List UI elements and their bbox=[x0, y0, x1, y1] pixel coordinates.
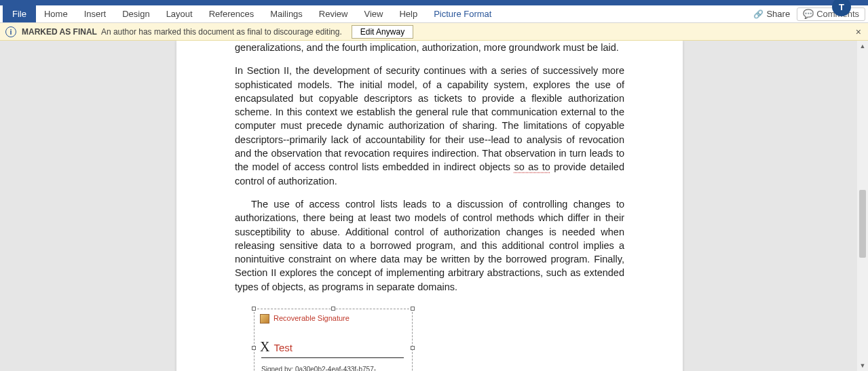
vertical-scrollbar[interactable]: ▲ ▼ bbox=[857, 41, 868, 371]
tab-home[interactable]: Home bbox=[36, 5, 76, 22]
tab-insert[interactable]: Insert bbox=[76, 5, 115, 22]
resize-handle-mr[interactable] bbox=[411, 346, 415, 350]
share-icon: 🔗 bbox=[753, 9, 763, 19]
tab-design[interactable]: Design bbox=[114, 5, 157, 22]
resize-handle-ml[interactable] bbox=[252, 346, 256, 350]
comment-icon: 💬 bbox=[803, 9, 814, 19]
paragraph-1: generalizations, and the fourth implicat… bbox=[235, 41, 624, 54]
marked-as-final-bar: i MARKED AS FINAL An author has marked t… bbox=[0, 23, 868, 41]
edit-anyway-button[interactable]: Edit Anyway bbox=[352, 25, 413, 39]
resize-handle-tr[interactable] bbox=[411, 307, 415, 311]
resize-handle-tm[interactable] bbox=[331, 307, 335, 311]
signature-header-text: Recoverable Signature bbox=[273, 313, 350, 324]
share-label: Share bbox=[766, 9, 790, 19]
signature-badge-icon bbox=[260, 314, 269, 324]
paragraph-3: The use of access control lists leads to… bbox=[235, 197, 624, 294]
scroll-down-icon[interactable]: ▼ bbox=[857, 360, 868, 371]
tab-help[interactable]: Help bbox=[391, 5, 426, 22]
infobar-message: An author has marked this document as fi… bbox=[101, 27, 342, 37]
tab-references[interactable]: References bbox=[201, 5, 262, 22]
signature-line: X Test bbox=[254, 328, 412, 356]
resize-handle-tl[interactable] bbox=[252, 307, 256, 311]
share-button[interactable]: 🔗 Share bbox=[747, 9, 797, 19]
ribbon-tabs: File Home Insert Design Layout Reference… bbox=[0, 5, 868, 23]
infobar-title: MARKED AS FINAL bbox=[22, 27, 97, 37]
tab-picture-format[interactable]: Picture Format bbox=[426, 5, 499, 22]
comments-button[interactable]: 💬 Comments bbox=[797, 7, 865, 21]
signature-x: X bbox=[260, 337, 269, 356]
signature-underline bbox=[261, 357, 404, 358]
tab-review[interactable]: Review bbox=[311, 5, 356, 22]
scroll-thumb[interactable] bbox=[859, 190, 866, 258]
p2-part-a: In Section II, the development of securi… bbox=[235, 65, 624, 172]
tab-layout[interactable]: Layout bbox=[158, 5, 201, 22]
tab-view[interactable]: View bbox=[356, 5, 391, 22]
signature-footer: Signed by: 0a30e0b2-4eaf-433f-b757-32d59… bbox=[261, 365, 412, 371]
signature-header: Recoverable Signature bbox=[254, 309, 412, 328]
tab-mailings[interactable]: Mailings bbox=[262, 5, 311, 22]
paragraph-2: In Section II, the development of securi… bbox=[235, 64, 624, 188]
signature-object[interactable]: Recoverable Signature X Test Signed by: … bbox=[254, 309, 413, 371]
title-bar-strip: T bbox=[0, 0, 868, 5]
document-area: generalizations, and the fourth implicat… bbox=[0, 41, 868, 371]
close-infobar-icon[interactable]: × bbox=[856, 26, 861, 37]
signature-name: Test bbox=[273, 340, 293, 355]
grammar-squiggle[interactable]: so as to bbox=[514, 161, 550, 172]
page: generalizations, and the fourth implicat… bbox=[176, 41, 683, 371]
scroll-up-icon[interactable]: ▲ bbox=[857, 41, 868, 52]
info-icon: i bbox=[5, 26, 16, 37]
tab-file[interactable]: File bbox=[3, 5, 36, 22]
